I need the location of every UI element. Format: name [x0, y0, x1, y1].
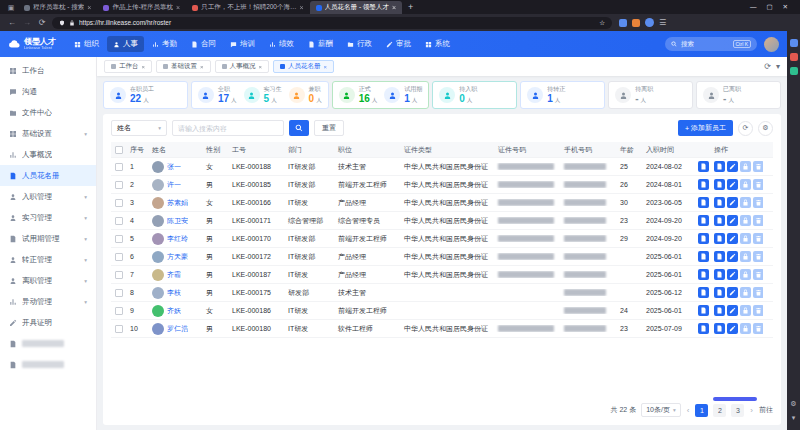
stat-card[interactable]: 全职17人	[198, 86, 237, 104]
edit-button[interactable]	[727, 251, 738, 262]
extension-icon[interactable]	[632, 19, 640, 27]
lock-button[interactable]	[740, 161, 751, 172]
search-input[interactable]	[172, 120, 284, 136]
view-file-button[interactable]	[714, 197, 725, 208]
global-search[interactable]: 搜索 Ctrl K	[665, 37, 757, 51]
sidebar-item[interactable]: 人员花名册 ▾	[0, 165, 96, 186]
record-icon[interactable]	[698, 215, 709, 226]
stat-card[interactable]: 待入职0人	[439, 86, 510, 104]
profile-icon[interactable]	[645, 18, 654, 27]
record-icon[interactable]	[698, 269, 709, 280]
row-checkbox[interactable]	[115, 289, 123, 297]
page-tab[interactable]: 人员花名册 ×	[273, 60, 334, 73]
row-checkbox[interactable]	[115, 181, 123, 189]
edit-button[interactable]	[727, 197, 738, 208]
topnav-menu-item[interactable]: 合同	[185, 36, 222, 52]
edit-button[interactable]	[727, 323, 738, 334]
tab-close-icon[interactable]: ×	[87, 4, 91, 11]
delete-button[interactable]	[753, 251, 763, 262]
sidebar-extension-icon[interactable]	[790, 67, 798, 75]
row-checkbox[interactable]	[115, 217, 123, 225]
topnav-menu-item[interactable]: 系统	[419, 36, 456, 52]
page-tab-close-icon[interactable]: ×	[324, 64, 328, 70]
lock-button[interactable]	[740, 323, 751, 334]
employee-name-link[interactable]: 方天豪	[167, 252, 188, 262]
bookmark-star-icon[interactable]: ☆	[599, 19, 605, 27]
new-tab-button[interactable]: +	[402, 2, 419, 12]
delete-button[interactable]	[753, 305, 763, 316]
view-file-button[interactable]	[714, 305, 725, 316]
sidebar-item[interactable]: ▾	[0, 354, 96, 375]
topnav-menu-item[interactable]: 审批	[380, 36, 417, 52]
scrollbar-thumb[interactable]	[713, 397, 757, 401]
refresh-icon[interactable]: ⟳	[764, 62, 771, 71]
prev-page-button[interactable]: ‹	[686, 406, 691, 415]
next-page-button[interactable]: ›	[749, 406, 754, 415]
delete-button[interactable]	[753, 269, 763, 280]
row-checkbox[interactable]	[115, 271, 123, 279]
search-button[interactable]	[289, 120, 309, 136]
delete-button[interactable]	[753, 323, 763, 334]
tab-close-icon[interactable]: ×	[176, 4, 180, 11]
tab-close-icon[interactable]: ×	[300, 4, 304, 11]
edit-button[interactable]	[727, 287, 738, 298]
page-number-button[interactable]: 2	[713, 404, 726, 417]
page-tab[interactable]: 基础设置 ×	[156, 60, 211, 73]
view-file-button[interactable]	[714, 215, 725, 226]
delete-button[interactable]	[753, 197, 763, 208]
sidebar-item[interactable]: 异动管理 ▾	[0, 291, 96, 312]
edit-button[interactable]	[727, 269, 738, 280]
per-page-select[interactable]: 10条/页 ▾	[641, 403, 681, 417]
browser-tab[interactable]: 程序员靠枕 - 搜索 ×	[18, 1, 97, 14]
sidebar-item[interactable]: 工作台 ▾	[0, 60, 96, 81]
sidebar-item[interactable]: 基础设置 ▾	[0, 123, 96, 144]
employee-name-link[interactable]: 齐霸	[167, 270, 181, 280]
edit-button[interactable]	[727, 179, 738, 190]
record-icon[interactable]	[698, 179, 709, 190]
sidebar-item[interactable]: 试用期管理 ▾	[0, 228, 96, 249]
record-icon[interactable]	[698, 323, 709, 334]
menu-icon[interactable]: ☰	[659, 18, 666, 27]
employee-name-link[interactable]: 许一	[167, 180, 181, 190]
topnav-menu-item[interactable]: 人事	[107, 36, 144, 52]
back-button[interactable]: ←	[7, 18, 17, 27]
stat-card[interactable]: 在职员工22人	[110, 86, 181, 104]
lock-button[interactable]	[740, 251, 751, 262]
chevron-down-icon[interactable]: ▾	[776, 62, 780, 71]
lock-button[interactable]	[740, 179, 751, 190]
record-icon[interactable]	[698, 305, 709, 316]
topnav-menu-item[interactable]: 组织	[68, 36, 105, 52]
stat-card[interactable]: 待离职-人	[615, 86, 686, 104]
delete-button[interactable]	[753, 233, 763, 244]
filter-field-select[interactable]: 姓名 ▾	[111, 120, 167, 136]
stat-card[interactable]: 实习生5人	[244, 86, 282, 104]
maximize-button[interactable]: ▢	[766, 3, 772, 11]
delete-button[interactable]	[753, 179, 763, 190]
delete-button[interactable]	[753, 287, 763, 298]
lock-button[interactable]	[740, 233, 751, 244]
forward-button[interactable]: →	[22, 18, 32, 27]
sidebar-item[interactable]: 文件中心 ▾	[0, 102, 96, 123]
employee-name-link[interactable]: 张一	[167, 162, 181, 172]
add-employee-button[interactable]: + 添加新员工	[678, 120, 733, 136]
reset-button[interactable]: 重置	[314, 120, 344, 136]
page-tab[interactable]: 人事概况 ×	[215, 60, 270, 73]
employee-name-link[interactable]: 李红玲	[167, 234, 188, 244]
topnav-menu-item[interactable]: 培训	[224, 36, 261, 52]
user-avatar[interactable]	[764, 37, 779, 52]
edit-button[interactable]	[727, 161, 738, 172]
row-checkbox[interactable]	[115, 235, 123, 243]
delete-button[interactable]	[753, 161, 763, 172]
sidebar-item[interactable]: 离职管理 ▾	[0, 270, 96, 291]
row-checkbox[interactable]	[115, 307, 123, 315]
browser-tab[interactable]: 人员花名册 - 领璺人才 ×	[310, 1, 402, 14]
edit-button[interactable]	[727, 305, 738, 316]
view-file-button[interactable]	[714, 179, 725, 190]
edit-button[interactable]	[727, 233, 738, 244]
stat-card[interactable]: 兼职0人	[289, 86, 322, 104]
sidebar-item[interactable]: ▾	[0, 333, 96, 354]
employee-name-link[interactable]: 齐妖	[167, 306, 181, 316]
chevron-down-icon[interactable]: ▾	[792, 414, 796, 422]
extension-icon[interactable]	[619, 19, 627, 27]
sidebar-item[interactable]: 开具证明 ▾	[0, 312, 96, 333]
